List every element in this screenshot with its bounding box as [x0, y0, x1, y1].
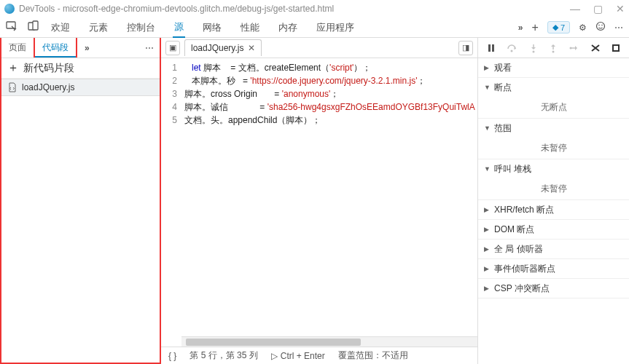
section-xhr[interactable]: ▶XHR/fetch 断点 — [478, 200, 629, 219]
run-snippet-button[interactable]: ▷Ctrl + Enter — [271, 351, 325, 361]
tab-elements[interactable]: 元素 — [87, 18, 109, 37]
section-global[interactable]: ▶全 局 侦听器 — [478, 240, 629, 258]
pause-exceptions-icon[interactable] — [611, 43, 621, 53]
svg-rect-6 — [488, 44, 491, 52]
code-content[interactable]: let 脚本 = 文档。createElement（'script'）； 本脚本… — [181, 58, 477, 347]
nav-tab-snippets[interactable]: 代码段 — [34, 38, 77, 58]
maximize-icon[interactable]: ▢ — [593, 3, 603, 15]
tab-console[interactable]: 控制台 — [125, 18, 157, 37]
section-dom[interactable]: ▶DOM 断点 — [478, 220, 629, 239]
snippet-file-item[interactable]: loadJQuery.js — [1, 79, 160, 96]
tab-application[interactable]: 应用程序 — [315, 18, 356, 37]
window-title: DevTools - microsoft-edge-chromium-devto… — [19, 4, 334, 14]
section-callstack[interactable]: ▼呼叫 堆栈 — [478, 159, 629, 178]
tab-network[interactable]: 网络 — [201, 18, 223, 37]
braces-icon[interactable]: { } — [168, 351, 176, 361]
svg-point-4 — [598, 25, 600, 26]
close-tab-icon[interactable]: ✕ — [248, 43, 255, 53]
tab-welcome[interactable]: 欢迎 — [50, 18, 71, 37]
svg-point-9 — [532, 50, 534, 52]
inspect-icon[interactable] — [6, 20, 17, 34]
svg-point-8 — [510, 50, 512, 52]
svg-rect-0 — [7, 22, 15, 28]
editor-panel: ▣ loadJQuery.js ✕ ◨ 12345 let 脚本 = 文档。cr… — [161, 38, 477, 364]
section-watch[interactable]: ▶观看 — [478, 58, 629, 77]
debugger-panel: ▶观看 ▼断点 无断点 ▼范围 未暂停 ▼呼叫 堆栈 未暂停 ▶XHR/fetc… — [477, 38, 629, 364]
callstack-not-paused: 未暂停 — [478, 178, 629, 199]
nav-tab-page[interactable]: 页面 — [1, 38, 34, 58]
play-icon: ▷ — [271, 351, 278, 361]
code-editor[interactable]: 12345 let 脚本 = 文档。createElement（'script'… — [161, 58, 477, 347]
toggle-nav-icon[interactable]: ◨ — [458, 41, 473, 55]
kebab-icon[interactable]: ⋯ — [614, 23, 623, 33]
snippet-file-icon — [7, 82, 17, 92]
step-icon[interactable] — [569, 43, 580, 53]
svg-rect-2 — [33, 21, 38, 30]
cursor-position: 第 5 行，第 35 列 — [190, 349, 257, 362]
section-csp[interactable]: ▶CSP 冲突断点 — [478, 279, 629, 298]
file-nav-icon[interactable]: ▣ — [165, 41, 180, 55]
scroll-thumb[interactable] — [186, 339, 361, 346]
nav-more-icon[interactable]: » — [80, 43, 94, 53]
scope-not-paused: 未暂停 — [478, 138, 629, 159]
navigator-panel: 页面 代码段 » ⋯ ＋ 新代码片段 loadJQuery.js — [0, 38, 161, 364]
deactivate-breakpoints-icon[interactable] — [590, 43, 601, 53]
horizontal-scrollbar[interactable] — [181, 336, 477, 347]
feedback-icon[interactable] — [595, 21, 606, 33]
svg-rect-13 — [614, 46, 618, 50]
app-icon — [4, 4, 15, 14]
more-tabs-icon[interactable]: » — [518, 23, 523, 33]
pause-icon[interactable] — [486, 43, 496, 53]
section-breakpoints[interactable]: ▼断点 — [478, 78, 629, 97]
svg-point-3 — [597, 23, 605, 31]
step-into-icon[interactable] — [528, 43, 539, 53]
svg-point-11 — [570, 47, 572, 49]
tab-sources[interactable]: 源 — [173, 17, 185, 38]
main-toolbar: 欢迎 元素 控制台 源 网络 性能 内存 应用程序 » + ◆7 ⚙ ⋯ — [0, 17, 629, 38]
tab-memory[interactable]: 内存 — [277, 18, 299, 37]
tab-performance[interactable]: 性能 — [239, 18, 261, 37]
file-tab[interactable]: loadJQuery.js ✕ — [184, 39, 262, 56]
panel-tabs: 欢迎 元素 控制台 源 网络 性能 内存 应用程序 — [50, 17, 508, 38]
no-breakpoints-text: 无断点 — [478, 97, 629, 118]
device-icon[interactable] — [28, 20, 39, 34]
plus-icon: ＋ — [7, 60, 19, 76]
step-over-icon[interactable] — [507, 43, 518, 53]
titlebar: DevTools - microsoft-edge-chromium-devto… — [0, 0, 629, 17]
step-out-icon[interactable] — [548, 43, 558, 53]
nav-kebab-icon[interactable]: ⋯ — [139, 43, 160, 53]
snippet-file-name: loadJQuery.js — [22, 82, 74, 92]
line-gutter: 12345 — [161, 58, 181, 347]
settings-icon[interactable]: ⚙ — [579, 23, 587, 33]
svg-point-5 — [601, 25, 603, 26]
new-snippet-button[interactable]: ＋ 新代码片段 — [1, 58, 160, 79]
section-event[interactable]: ▶事件侦听器断点 — [478, 259, 629, 278]
svg-point-10 — [552, 50, 555, 52]
coverage-status: 覆盖范围：不适用 — [338, 349, 408, 362]
issues-badge[interactable]: ◆7 — [547, 21, 570, 33]
add-tab-icon[interactable]: + — [532, 21, 539, 34]
svg-rect-7 — [492, 44, 494, 52]
statusbar: { } 第 5 行，第 35 列 ▷Ctrl + Enter 覆盖范围：不适用 — [161, 347, 477, 364]
minimize-icon[interactable]: — — [570, 3, 580, 15]
close-icon[interactable]: ✕ — [616, 3, 625, 15]
section-scope[interactable]: ▼范围 — [478, 119, 629, 138]
